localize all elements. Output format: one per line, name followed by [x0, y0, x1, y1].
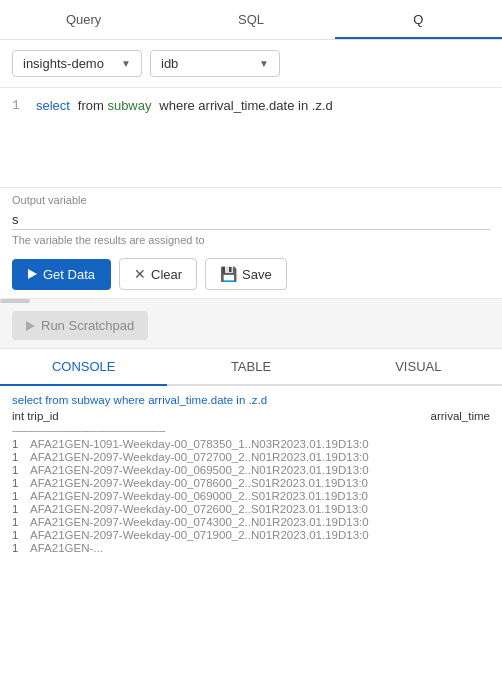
run-scratchpad-row: Run Scratchpad: [0, 303, 502, 349]
console-query: select from subway where arrival_time.da…: [12, 394, 490, 406]
save-icon: 💾: [220, 266, 237, 282]
table-row: 1 AFA21GEN-...: [12, 542, 490, 554]
action-buttons-row: Get Data ✕ Clear 💾 Save: [0, 250, 502, 299]
bottom-tabs-bar: CONSOLE TABLE VISUAL: [0, 349, 502, 386]
scroll-thumb: [0, 299, 30, 303]
code-editor[interactable]: 1 select from subway where arrival_time.…: [0, 88, 502, 188]
keyword-subway: subway: [107, 98, 151, 113]
scroll-indicator: [0, 299, 502, 303]
table-row: 1 AFA21GEN-2097-Weekday-00_078600_2..S01…: [12, 477, 490, 489]
tab-visual[interactable]: VISUAL: [335, 349, 502, 384]
table-row: 1 AFA21GEN-2097-Weekday-00_071900_2..N01…: [12, 529, 490, 541]
tab-q[interactable]: Q: [335, 0, 502, 39]
table-row: 1 AFA21GEN-2097-Weekday-00_072600_2..S01…: [12, 503, 490, 515]
tab-table[interactable]: TABLE: [167, 349, 334, 384]
top-tabs-bar: Query SQL Q: [0, 0, 502, 40]
console-header: int trip_id arrival_time: [12, 410, 490, 422]
clear-button[interactable]: ✕ Clear: [119, 258, 197, 290]
tab-sql[interactable]: SQL: [167, 0, 334, 39]
tab-query[interactable]: Query: [0, 0, 167, 39]
tab-console[interactable]: CONSOLE: [0, 349, 167, 384]
console-divider: ----------------------------------------…: [12, 424, 490, 436]
output-variable-hint: The variable the results are assigned to: [12, 234, 490, 246]
keyword-select: select: [36, 98, 70, 113]
table-row: 1 AFA21GEN-2097-Weekday-00_074300_2..N01…: [12, 516, 490, 528]
table-row: 1 AFA21GEN-2097-Weekday-00_069000_2..S01…: [12, 490, 490, 502]
output-variable-input[interactable]: [12, 210, 490, 230]
save-button[interactable]: 💾 Save: [205, 258, 287, 290]
code-line-1: 1 select from subway where arrival_time.…: [12, 98, 490, 114]
table-row: 1 AFA21GEN-2097-Weekday-00_069500_2..N01…: [12, 464, 490, 476]
x-icon: ✕: [134, 266, 146, 282]
database-dropdown[interactable]: insights-demo ▼: [12, 50, 142, 77]
header-col1: int trip_id: [12, 410, 59, 422]
console-output: select from subway where arrival_time.da…: [0, 386, 502, 601]
dropdowns-row: insights-demo ▼ idb ▼: [0, 40, 502, 88]
play-grey-icon: [26, 321, 35, 331]
table-dropdown[interactable]: idb ▼: [150, 50, 280, 77]
get-data-button[interactable]: Get Data: [12, 259, 111, 290]
output-variable-section: Output variable The variable the results…: [0, 188, 502, 250]
chevron-down-icon: ▼: [121, 58, 131, 69]
play-icon: [28, 269, 37, 279]
table-row: 1 AFA21GEN-1091-Weekday-00_078350_1..N03…: [12, 438, 490, 450]
chevron-down-icon: ▼: [259, 58, 269, 69]
output-variable-label: Output variable: [12, 194, 490, 206]
table-row: 1 AFA21GEN-2097-Weekday-00_072700_2..N01…: [12, 451, 490, 463]
run-scratchpad-button[interactable]: Run Scratchpad: [12, 311, 148, 340]
header-col2: arrival_time: [431, 410, 490, 422]
